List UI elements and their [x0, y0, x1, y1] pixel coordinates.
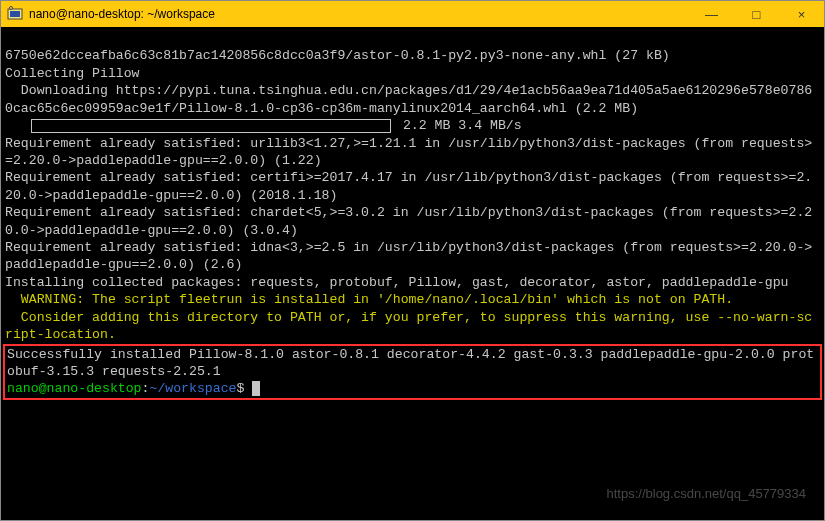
output-line: Collecting Pillow: [5, 66, 140, 81]
output-line: Requirement already satisfied: idna<3,>=…: [5, 240, 812, 272]
output-line: Downloading https://pypi.tuna.tsinghua.e…: [5, 83, 812, 115]
watermark: https://blog.csdn.net/qq_45779334: [607, 485, 807, 502]
cursor: [252, 381, 260, 396]
success-line: Successfully installed Pillow-8.1.0 asto…: [7, 347, 814, 379]
terminal-body[interactable]: 6750e62dcceafba6c63c81b7ac1420856c8dcc0a…: [1, 27, 824, 520]
svg-point-2: [10, 7, 13, 10]
prompt-path: ~/workspace: [149, 381, 236, 396]
svg-rect-1: [10, 11, 20, 17]
highlight-box: Successfully installed Pillow-8.1.0 asto…: [3, 344, 822, 400]
warning-line: WARNING: The script fleetrun is installe…: [5, 292, 733, 307]
output-line: 6750e62dcceafba6c63c81b7ac1420856c8dcc0a…: [5, 48, 670, 63]
shell-prompt: nano@nano-desktop:~/workspace$: [7, 381, 260, 396]
output-line: Requirement already satisfied: certifi>=…: [5, 170, 812, 202]
progress-text: 2.2 MB 3.4 MB/s: [395, 118, 522, 133]
warning-line: Consider adding this directory to PATH o…: [5, 310, 812, 342]
minimize-button[interactable]: —: [689, 1, 734, 27]
window-controls: — □ ×: [689, 1, 824, 27]
output-line: Installing collected packages: requests,…: [5, 275, 788, 290]
window-title: nano@nano-desktop: ~/workspace: [29, 7, 689, 21]
output-line: Requirement already satisfied: urllib3<1…: [5, 136, 812, 168]
putty-window: nano@nano-desktop: ~/workspace — □ × 675…: [0, 0, 825, 521]
output-line: Requirement already satisfied: chardet<5…: [5, 205, 812, 237]
maximize-button[interactable]: □: [734, 1, 779, 27]
prompt-userhost: nano@nano-desktop: [7, 381, 142, 396]
app-icon: [7, 6, 23, 22]
close-button[interactable]: ×: [779, 1, 824, 27]
title-bar[interactable]: nano@nano-desktop: ~/workspace — □ ×: [1, 1, 824, 27]
progress-row: 2.2 MB 3.4 MB/s: [5, 118, 522, 133]
progress-bar: [31, 119, 391, 133]
prompt-end: $: [237, 381, 245, 396]
